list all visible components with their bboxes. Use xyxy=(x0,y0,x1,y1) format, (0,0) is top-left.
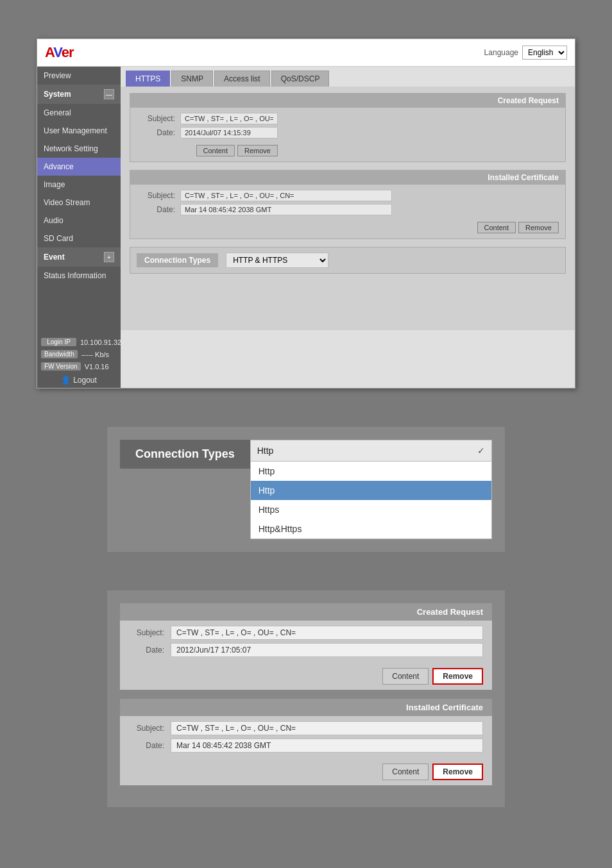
language-area: Language English xyxy=(484,46,567,60)
cert-detail-created-remove-btn[interactable]: Remove xyxy=(432,668,483,685)
created-request-date-label: Date: xyxy=(143,128,175,137)
dropdown-option-https[interactable]: Https xyxy=(251,500,491,519)
cert-detail-installed-content-btn[interactable]: Content xyxy=(382,764,429,780)
sidebar-item-preview[interactable]: Preview xyxy=(37,67,121,85)
created-request-subject-input[interactable] xyxy=(180,113,278,124)
cert-detail-created-date-input[interactable] xyxy=(171,643,483,657)
enlarged-conn-row: Connection Types Http ✓ Http Http Https … xyxy=(120,440,492,539)
created-request-remove-btn[interactable]: Remove xyxy=(237,145,278,156)
sidebar: Preview System — General User Management… xyxy=(37,67,121,388)
sidebar-login-ip-row: Login IP 10.100.91.32 xyxy=(37,336,121,348)
enlarged-connection-types-label: Connection Types xyxy=(120,440,250,469)
sidebar-bandwidth-value: ----- Kb/s xyxy=(81,351,109,358)
cert-detail-created-fields: Subject: Date: xyxy=(120,621,492,665)
sidebar-fw-version-row: FW Version V1.0.16 xyxy=(37,360,121,372)
cert-detail-created-block: Created Request Subject: Date: Content R… xyxy=(120,603,492,690)
cert-detail-installed-subject-row: Subject: xyxy=(129,721,483,735)
installed-cert-remove-btn[interactable]: Remove xyxy=(518,222,559,233)
installed-cert-content-btn[interactable]: Content xyxy=(477,222,516,233)
sidebar-item-user-management[interactable]: User Management xyxy=(37,122,121,140)
app-body: Preview System — General User Management… xyxy=(37,67,575,388)
app-header: AVer Language English xyxy=(37,39,575,67)
cert-detail-created-subject-label: Subject: xyxy=(129,628,164,637)
installed-cert-date-row: Date: xyxy=(143,204,559,215)
sidebar-item-sd-card[interactable]: SD Card xyxy=(37,230,121,247)
user-icon: 👤 xyxy=(61,376,71,385)
enlarged-dropdown-container: Http ✓ Http Http Https Http&Https xyxy=(250,440,492,539)
created-request-date-input[interactable] xyxy=(180,127,278,138)
sidebar-system-toggle[interactable]: — xyxy=(104,89,114,99)
sidebar-item-image[interactable]: Image xyxy=(37,176,121,194)
cert-detail-installed-subject-input[interactable] xyxy=(171,721,483,735)
enlarged-dropdown-list: Http Http Https Http&Https xyxy=(250,462,492,539)
sidebar-fw-version-label: FW Version xyxy=(41,362,81,371)
cert-detail-installed-actions: Content Remove xyxy=(120,761,492,785)
cert-detail-created-date-label: Date: xyxy=(129,646,164,655)
cert-detail-panel: Created Request Subject: Date: Content R… xyxy=(107,590,505,807)
installed-cert-actions: Content Remove xyxy=(143,222,559,233)
sidebar-section-event: Event + xyxy=(37,247,121,267)
created-request-actions: Content Remove xyxy=(143,145,278,156)
sidebar-fw-version-value: V1.0.16 xyxy=(85,363,109,371)
sidebar-login-ip-value: 10.100.91.32 xyxy=(80,338,121,346)
created-request-subject-label: Subject: xyxy=(143,114,175,123)
enlarged-dropdown-panel: Connection Types Http ✓ Http Http Https … xyxy=(107,427,505,552)
tab-qos-dscp[interactable]: QoS/DSCP xyxy=(271,71,330,87)
language-label: Language xyxy=(484,48,518,57)
sidebar-item-status[interactable]: Status Information xyxy=(37,267,121,285)
sidebar-system-label: System xyxy=(44,90,71,99)
cert-detail-created-actions: Content Remove xyxy=(120,665,492,690)
installed-cert-date-label: Date: xyxy=(143,205,175,214)
divider-1 xyxy=(0,388,612,408)
sidebar-bandwidth-row: Bandwidth ----- Kb/s xyxy=(37,348,121,360)
cert-detail-installed-title: Installed Certificate xyxy=(120,699,492,716)
created-request-content-btn[interactable]: Content xyxy=(196,145,235,156)
tab-snmp[interactable]: SNMP xyxy=(171,71,213,87)
cert-detail-installed-subject-label: Subject: xyxy=(129,724,164,733)
sidebar-bandwidth-label: Bandwidth xyxy=(41,350,78,358)
cert-detail-created-date-row: Date: xyxy=(129,643,483,657)
sidebar-section-system: System — xyxy=(37,85,121,104)
cert-detail-created-title: Created Request xyxy=(120,603,492,621)
connection-types-select[interactable]: HTTP & HTTPS Http Https xyxy=(226,253,328,268)
app-logo: AVer xyxy=(45,44,74,61)
installed-cert-title: Installed Certificate xyxy=(488,173,559,182)
installed-cert-date-input[interactable] xyxy=(180,204,392,215)
cert-detail-installed-date-label: Date: xyxy=(129,741,164,750)
installed-cert-subject-input[interactable] xyxy=(180,190,392,201)
sidebar-item-audio[interactable]: Audio xyxy=(37,212,121,230)
created-request-header: Created Request xyxy=(130,94,565,108)
connection-types-row: Connection Types HTTP & HTTPS Http Https xyxy=(130,247,566,274)
dropdown-option-http2[interactable]: Http xyxy=(251,481,491,500)
main-content: HTTPS SNMP Access list QoS/DSCP Created … xyxy=(121,67,575,388)
cert-detail-created-subject-input[interactable] xyxy=(171,626,483,640)
sidebar-item-advance[interactable]: Advance xyxy=(37,158,121,176)
dropdown-option-http1[interactable]: Http xyxy=(251,462,491,481)
sidebar-item-video-stream[interactable]: Video Stream xyxy=(37,194,121,212)
sidebar-event-toggle[interactable]: + xyxy=(104,252,114,262)
created-request-subject-row: Subject: xyxy=(143,113,278,124)
enlarged-dropdown-selected: Http xyxy=(257,446,274,456)
sidebar-event-label: Event xyxy=(44,253,65,262)
https-area: Created Request Subject: Date: xyxy=(121,87,575,330)
logout-button[interactable]: 👤 Logout xyxy=(37,372,121,388)
sidebar-item-general[interactable]: General xyxy=(37,104,121,122)
installed-cert-fields: Subject: Date: Content Remove xyxy=(143,190,559,233)
cert-detail-created-subject-row: Subject: xyxy=(129,626,483,640)
cert-detail-installed-remove-btn[interactable]: Remove xyxy=(432,764,483,780)
cert-detail-created-content-btn[interactable]: Content xyxy=(382,668,429,685)
tab-https[interactable]: HTTPS xyxy=(126,71,170,87)
enlarged-dropdown-header[interactable]: Http ✓ xyxy=(250,440,492,462)
created-request-title: Created Request xyxy=(498,96,559,105)
created-request-block: Created Request Subject: Date: xyxy=(130,93,566,162)
language-select[interactable]: English xyxy=(522,46,567,60)
dropdown-option-http-https[interactable]: Http&Https xyxy=(251,519,491,538)
app-panel: AVer Language English Preview System — G… xyxy=(37,38,575,388)
sidebar-item-network-setting[interactable]: Network Setting xyxy=(37,140,121,158)
tab-bar: HTTPS SNMP Access list QoS/DSCP xyxy=(121,67,575,87)
tab-access-list[interactable]: Access list xyxy=(214,71,270,87)
connection-types-label: Connection Types xyxy=(137,253,218,267)
cert-detail-installed-date-input[interactable] xyxy=(171,739,483,753)
installed-cert-subject-label: Subject: xyxy=(143,191,175,200)
cert-detail-installed-date-row: Date: xyxy=(129,739,483,753)
